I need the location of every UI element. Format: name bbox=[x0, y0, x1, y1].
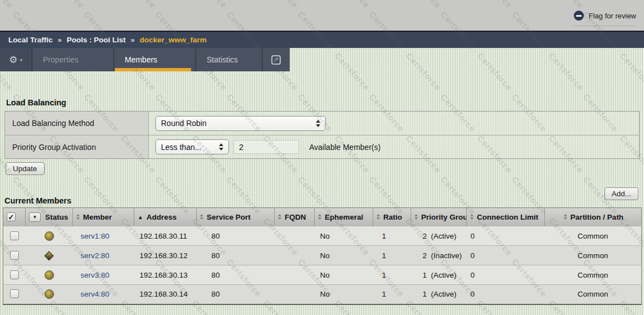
priority-group-activation-value-input[interactable] bbox=[233, 140, 299, 154]
column-header-partition-path[interactable]: Partition / Path bbox=[545, 208, 642, 226]
member-status-icon bbox=[45, 289, 54, 299]
add-member-button[interactable]: Add... bbox=[604, 187, 638, 200]
column-header-address[interactable]: ▲ Address bbox=[134, 208, 197, 226]
member-service-port: 80 bbox=[197, 226, 275, 246]
member-address: 192.168.30.12 bbox=[134, 246, 197, 265]
priority-group-activation-row: Priority Group Activation Less than... A… bbox=[5, 135, 639, 158]
member-link[interactable]: serv2:80 bbox=[81, 251, 110, 260]
member-ephemeral: No bbox=[315, 226, 373, 246]
sort-icon bbox=[377, 214, 380, 220]
column-header-connection-limit[interactable]: Connection Limit bbox=[467, 208, 545, 226]
sort-icon bbox=[278, 214, 281, 220]
gear-icon: ⚙ bbox=[9, 55, 17, 65]
member-link[interactable]: serv1:80 bbox=[81, 232, 110, 240]
member-connection-limit: 0 bbox=[467, 285, 545, 304]
column-header-ratio[interactable]: Ratio bbox=[373, 208, 411, 226]
tab-members-label: Members bbox=[125, 55, 157, 64]
breadcrumb-separator: » bbox=[131, 36, 135, 44]
row-checkbox[interactable] bbox=[10, 270, 19, 279]
tab-statistics[interactable]: Statistics bbox=[196, 48, 262, 71]
member-priority-group: 1 (Active) bbox=[411, 265, 467, 285]
breadcrumb-local-traffic[interactable]: Local Traffic bbox=[8, 36, 53, 44]
member-ephemeral: No bbox=[315, 265, 373, 285]
column-header-fqdn[interactable]: FQDN bbox=[275, 208, 315, 226]
member-partition: Common bbox=[545, 285, 642, 304]
member-status-icon bbox=[45, 251, 54, 260]
top-strip bbox=[0, 0, 644, 31]
update-button[interactable]: Update bbox=[6, 162, 45, 175]
tab-properties[interactable]: Properties bbox=[32, 48, 114, 71]
load-balancing-method-select[interactable]: Round Robin bbox=[155, 116, 326, 131]
column-header-priority-group[interactable]: Priority Group bbox=[411, 208, 467, 226]
member-partition: Common bbox=[545, 265, 642, 285]
current-members-table: ▾ Status Member ▲ Address Service Port bbox=[3, 207, 642, 305]
member-address: 192.168.30.13 bbox=[134, 265, 197, 285]
flag-for-review-label: Flag for review bbox=[589, 12, 636, 20]
sort-icon bbox=[200, 214, 203, 220]
table-row: serv4:80 192.168.30.14 80 No 1 1 (Active… bbox=[3, 285, 642, 304]
column-header-service-port[interactable]: Service Port bbox=[197, 208, 275, 226]
column-header-ephemeral[interactable]: Ephemeral bbox=[315, 208, 373, 226]
member-ratio: 1 bbox=[373, 226, 411, 246]
member-ephemeral: No bbox=[315, 285, 373, 304]
priority-group-activation-mode: Less than... bbox=[161, 143, 201, 152]
breadcrumb-pool-list[interactable]: Pools : Pool List bbox=[67, 36, 126, 44]
load-balancing-method-label: Load Balancing Method bbox=[5, 112, 149, 135]
member-priority-group: 2 (Inactive) bbox=[411, 246, 467, 265]
column-header-member[interactable]: Member bbox=[73, 208, 134, 226]
minus-circle-icon bbox=[574, 11, 584, 21]
stepper-icon bbox=[219, 143, 223, 151]
member-ephemeral: No bbox=[315, 246, 373, 265]
page: Flag for review Local Traffic » Pools : … bbox=[0, 0, 644, 315]
breadcrumb: Local Traffic » Pools : Pool List » dock… bbox=[0, 31, 644, 48]
breadcrumb-separator: » bbox=[58, 36, 62, 44]
member-address: 192.168.30.11 bbox=[134, 226, 197, 246]
member-address: 192.168.30.14 bbox=[134, 285, 197, 304]
row-checkbox[interactable] bbox=[10, 231, 19, 240]
member-ratio: 1 bbox=[373, 265, 411, 285]
member-priority-group: 1 (Active) bbox=[411, 285, 467, 304]
member-service-port: 80 bbox=[197, 285, 275, 304]
member-service-port: 80 bbox=[197, 246, 275, 265]
flag-for-review-control[interactable]: Flag for review bbox=[574, 11, 636, 26]
tab-properties-label: Properties bbox=[43, 55, 79, 64]
member-partition: Common bbox=[545, 226, 642, 246]
sort-ascending-icon: ▲ bbox=[138, 214, 143, 220]
priority-group-activation-select[interactable]: Less than... bbox=[155, 139, 229, 154]
member-connection-limit: 0 bbox=[467, 265, 545, 285]
column-header-status[interactable]: ▾ Status bbox=[26, 208, 73, 226]
member-fqdn bbox=[275, 265, 315, 285]
tab-strip: ⚙ ▾ Properties Members Statistics ↗ bbox=[0, 48, 290, 71]
member-link[interactable]: serv3:80 bbox=[81, 271, 110, 279]
tab-members[interactable]: Members bbox=[114, 48, 196, 71]
tab-statistics-label: Statistics bbox=[207, 55, 238, 64]
row-checkbox[interactable] bbox=[10, 251, 19, 260]
member-status-icon bbox=[45, 270, 54, 280]
member-status-icon bbox=[45, 231, 54, 241]
settings-menu-button[interactable]: ⚙ ▾ bbox=[0, 48, 32, 71]
load-balancing-panel: Load Balancing Method Round Robin Priori… bbox=[4, 111, 640, 159]
table-row: serv1:80 192.168.30.11 80 No 1 2 (Active… bbox=[3, 226, 642, 246]
load-balancing-method-value: Round Robin bbox=[161, 119, 207, 128]
member-fqdn bbox=[275, 285, 315, 304]
chevron-down-icon: ▾ bbox=[20, 57, 23, 63]
table-row: serv3:80 192.168.30.13 80 No 1 1 (Active… bbox=[3, 265, 642, 285]
sort-icon bbox=[76, 214, 80, 220]
load-balancing-heading: Load Balancing bbox=[6, 98, 66, 107]
member-fqdn bbox=[275, 246, 315, 265]
member-ratio: 1 bbox=[373, 246, 411, 265]
select-all-checkbox[interactable] bbox=[7, 212, 16, 221]
member-priority-group: 2 (Active) bbox=[411, 226, 467, 246]
member-connection-limit: 0 bbox=[467, 226, 545, 246]
member-link[interactable]: serv4:80 bbox=[81, 290, 110, 298]
breadcrumb-current-pool: docker_www_farm bbox=[140, 36, 207, 44]
status-filter-dropdown[interactable]: ▾ bbox=[29, 212, 41, 222]
member-ratio: 1 bbox=[373, 285, 411, 304]
external-link-icon[interactable]: ↗ bbox=[271, 55, 281, 65]
member-partition: Common bbox=[545, 246, 642, 265]
sort-icon bbox=[318, 214, 321, 220]
table-row: serv2:80 192.168.30.12 80 No 1 2 (Inacti… bbox=[3, 246, 642, 265]
member-service-port: 80 bbox=[197, 265, 275, 285]
sort-icon bbox=[414, 214, 418, 220]
row-checkbox[interactable] bbox=[10, 289, 19, 298]
